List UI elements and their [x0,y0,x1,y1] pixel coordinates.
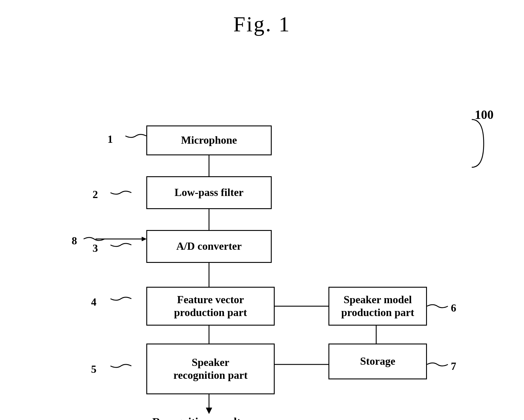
ref-4: 4 [91,296,96,308]
system-label: 100 [475,108,494,122]
figure-title: Fig. 1 [233,12,291,37]
ref-2: 2 [93,188,98,201]
feature-vector-block: Feature vector production part [146,287,275,326]
svg-marker-8 [206,408,212,414]
speaker-model-block: Speaker model production part [328,287,427,326]
ref-3: 3 [93,242,98,255]
ref-8: 8 [72,234,77,247]
svg-marker-10 [142,237,146,241]
adc-block: A/D converter [146,230,272,263]
lowpass-block: Low-pass filter [146,176,272,209]
diagram: Fig. 1 [0,0,524,420]
microphone-block: Microphone [146,125,272,155]
speaker-recognition-block: Speaker recognition part [146,344,275,394]
ref-7: 7 [451,360,456,373]
ref-5: 5 [91,363,96,375]
recognition-result-label: Recognition result [152,415,241,420]
storage-block: Storage [328,344,427,379]
ref-1: 1 [107,133,113,145]
ref-6: 6 [451,302,456,314]
